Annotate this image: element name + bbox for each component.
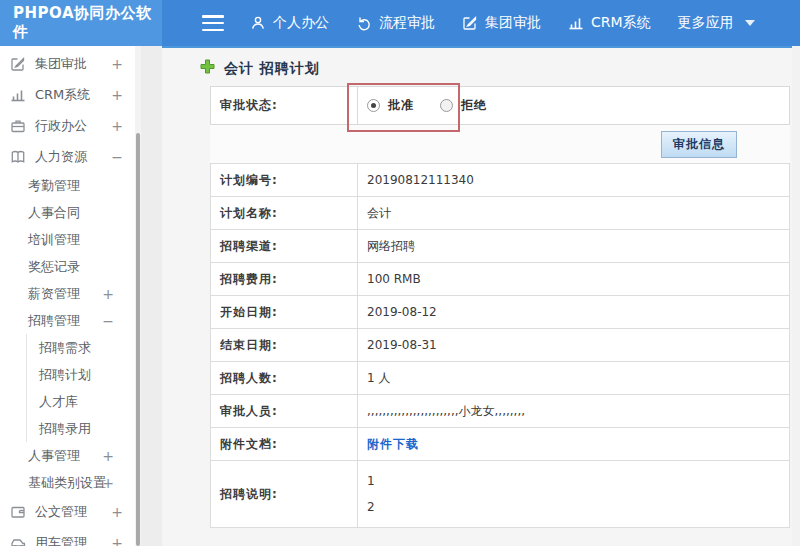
menu-toggle-icon[interactable] [202,15,224,31]
sidebar-item-label: CRM系统 [35,86,90,104]
sidebar-item-招聘录用[interactable]: 招聘录用 [26,415,141,442]
expand-icon[interactable]: + [111,56,123,72]
approval-status-row: 审批状态: 批准拒绝 [210,86,790,125]
table-row: 开始日期:2019-08-12 [211,296,789,329]
approval-status-options: 批准拒绝 [358,87,789,124]
nav-item-3[interactable]: 集团审批 [462,14,541,32]
nav-item-label: CRM系统 [591,14,651,32]
sidebar-item-人事合同[interactable]: 人事合同 [0,199,141,226]
field-label-cell: 附件文档: [211,428,358,460]
field-value-cell: ,,,,,,,,,,,,,,,,,,,,,,,,小龙女,,,,,,,, [358,395,789,427]
expand-icon[interactable]: + [111,118,123,134]
field-value-cell: 2019-08-31 [358,329,789,361]
caret-down-icon [745,20,755,26]
table-row: 审批人员:,,,,,,,,,,,,,,,,,,,,,,,,小龙女,,,,,,,, [211,395,789,428]
sidebar-item-培训管理[interactable]: 培训管理 [0,226,141,253]
sidebar-item-薪资管理[interactable]: 薪资管理+ [0,280,141,307]
radio-checked-icon[interactable] [367,99,380,112]
sidebar-item-人事管理[interactable]: 人事管理+ [0,442,141,469]
sidebar-item-考勤管理[interactable]: 考勤管理 [0,172,141,199]
radio-label: 拒绝 [461,97,487,114]
field-value-cell: 网络招聘 [358,230,789,262]
field-label-cell: 招聘渠道: [211,230,358,262]
main-panel: 会计 招聘计划 审批状态: 批准拒绝 审批信息 计划编号:20190812111… [162,46,792,546]
doc-icon [10,504,27,520]
table-row: 附件文档:附件下载 [211,428,789,461]
field-value: 会计 [367,205,789,222]
field-label-cell: 开始日期: [211,296,358,328]
radio-option-批准[interactable]: 批准 [367,97,414,114]
collapse-icon[interactable]: − [102,313,114,329]
sidebar-item-label: 人事合同 [28,204,80,222]
field-label-cell: 招聘人数: [211,362,358,394]
sidebar-item-CRM系统[interactable]: CRM系统+ [0,79,141,110]
approval-status-label-cell: 审批状态: [211,87,358,124]
sidebar-item-label: 考勤管理 [28,177,80,195]
field-value: ,,,,,,,,,,,,,,,,,,,,,,,,小龙女,,,,,,,, [367,403,789,420]
field-label-cell: 计划编号: [211,164,358,196]
top-bar: PHPOA协同办公软件 个人办公流程审批集团审批CRM系统更多应用 [0,0,800,46]
sidebar-item-label: 人才库 [39,393,78,411]
sidebar-item-人力资源[interactable]: 人力资源− [0,141,141,172]
field-label-cell: 结束日期: [211,329,358,361]
nav-item-1[interactable]: 个人办公 [250,14,329,32]
nav-item-2[interactable]: 流程审批 [356,14,435,32]
table-row: 招聘费用:100 RMB [211,263,789,296]
sidebar: 集团审批+CRM系统+行政办公+人力资源−考勤管理人事合同培训管理奖惩记录薪资管… [0,46,141,546]
briefcase-icon [10,118,27,134]
field-label: 计划编号: [220,172,278,189]
field-label-cell: 招聘费用: [211,263,358,295]
field-value: 2019-08-12 [367,305,789,319]
sidebar-item-招聘需求[interactable]: 招聘需求 [26,334,141,361]
sidebar-item-集团审批[interactable]: 集团审批+ [0,48,141,79]
button-bar: 审批信息 [210,125,790,163]
sidebar-item-行政办公[interactable]: 行政办公+ [0,110,141,141]
expand-icon[interactable]: + [102,286,114,302]
edit-icon [462,15,478,31]
sidebar-item-label: 招聘录用 [39,420,91,438]
field-value: 100 RMB [367,272,789,286]
expand-icon[interactable]: + [111,535,123,546]
field-value-line: 1 [367,468,789,494]
attachment-download-link[interactable]: 附件下载 [367,436,789,453]
table-row: 招聘说明:12 [211,461,789,527]
sidebar-item-用车管理[interactable]: 用车管理+ [0,527,141,546]
radio-option-拒绝[interactable]: 拒绝 [440,97,487,114]
sidebar-item-label: 培训管理 [28,231,80,249]
app-logo: PHPOA协同办公软件 [0,0,162,46]
field-label: 审批人员: [220,403,278,420]
sidebar-item-label: 薪资管理 [28,285,80,303]
nav-item-4[interactable]: CRM系统 [568,14,651,32]
sidebar-item-label: 基础类别设置 [28,474,106,492]
field-label: 开始日期: [220,304,278,321]
nav-item-5[interactable]: 更多应用 [678,14,755,32]
expand-icon[interactable]: + [111,87,123,103]
radio-unchecked-icon[interactable] [440,99,453,112]
sidebar-item-奖惩记录[interactable]: 奖惩记录 [0,253,141,280]
sidebar-item-招聘计划[interactable]: 招聘计划 [26,361,141,388]
expand-icon[interactable]: + [102,475,114,491]
radio-label: 批准 [388,97,414,114]
sidebar-item-label: 招聘管理 [28,312,80,330]
sidebar-item-人才库[interactable]: 人才库 [26,388,141,415]
sidebar-scrollbar-thumb[interactable] [136,133,140,546]
field-label-cell: 招聘说明: [211,461,358,527]
sidebar-item-招聘管理[interactable]: 招聘管理− [0,307,141,334]
approval-info-button[interactable]: 审批信息 [661,131,737,158]
expand-icon[interactable]: + [102,448,114,464]
page-title: 会计 招聘计划 [162,48,792,86]
field-label: 招聘人数: [220,370,278,387]
collapse-icon[interactable]: − [111,149,123,165]
add-icon[interactable] [200,59,215,78]
page-scrollbar-track[interactable] [792,46,800,546]
workflow-icon [356,15,372,31]
field-value: 1 人 [367,370,789,387]
table-row: 招聘渠道:网络招聘 [211,230,789,263]
sidebar-item-label: 奖惩记录 [28,258,80,276]
expand-icon[interactable]: + [111,504,123,520]
sidebar-item-label: 集团审批 [35,55,87,73]
field-label-cell: 审批人员: [211,395,358,427]
sidebar-item-基础类别设置[interactable]: 基础类别设置+ [0,469,141,496]
sidebar-item-公文管理[interactable]: 公文管理+ [0,496,141,527]
field-value: 网络招聘 [367,238,789,255]
